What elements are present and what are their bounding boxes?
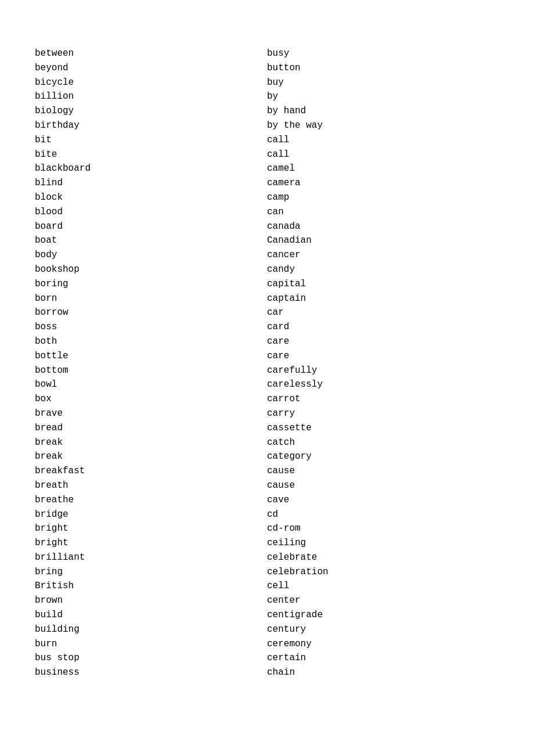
- list-item: British: [35, 579, 267, 593]
- left-column: betweenbeyondbicyclebillionbiologybirthd…: [35, 46, 267, 680]
- list-item: car: [267, 305, 499, 320]
- list-item: capital: [267, 277, 499, 291]
- list-item: century: [267, 622, 499, 637]
- list-item: category: [267, 449, 499, 464]
- list-item: call: [267, 133, 499, 147]
- list-item: cassette: [267, 421, 499, 435]
- list-item: carry: [267, 406, 499, 421]
- list-item: bicycle: [35, 75, 267, 90]
- list-item: cd-rom: [267, 521, 499, 536]
- list-item: breathe: [35, 493, 267, 507]
- list-item: bring: [35, 565, 267, 579]
- list-item: body: [35, 248, 267, 262]
- list-item: ceremony: [267, 637, 499, 651]
- list-item: bottle: [35, 349, 267, 363]
- list-item: canada: [267, 219, 499, 234]
- list-item: birthday: [35, 118, 267, 133]
- list-item: blackboard: [35, 161, 267, 176]
- list-item: chain: [267, 665, 499, 680]
- list-item: burn: [35, 637, 267, 651]
- list-item: billion: [35, 89, 267, 104]
- list-item: ceiling: [267, 536, 499, 550]
- list-item: business: [35, 665, 267, 680]
- list-item: bread: [35, 421, 267, 435]
- list-item: build: [35, 608, 267, 622]
- list-item: brilliant: [35, 550, 267, 565]
- list-item: by the way: [267, 118, 499, 133]
- list-item: bookshop: [35, 262, 267, 277]
- list-item: bridge: [35, 507, 267, 522]
- list-item: bright: [35, 536, 267, 550]
- list-item: care: [267, 334, 499, 349]
- list-item: between: [35, 46, 267, 61]
- list-item: carefully: [267, 363, 499, 378]
- list-item: cave: [267, 493, 499, 507]
- list-item: candy: [267, 262, 499, 277]
- list-item: beyond: [35, 61, 267, 75]
- list-item: busy: [267, 46, 499, 61]
- list-item: bite: [35, 147, 267, 162]
- list-item: Canadian: [267, 233, 499, 248]
- list-item: boat: [35, 233, 267, 248]
- list-item: bus stop: [35, 651, 267, 665]
- list-item: call: [267, 147, 499, 162]
- list-item: bowl: [35, 377, 267, 392]
- list-item: born: [35, 291, 267, 306]
- right-column: busybuttonbuybyby handby the waycallcall…: [267, 46, 499, 680]
- list-item: center: [267, 593, 499, 608]
- list-item: button: [267, 61, 499, 75]
- list-item: can: [267, 205, 499, 219]
- word-list-container: betweenbeyondbicyclebillionbiologybirthd…: [35, 46, 499, 680]
- list-item: card: [267, 320, 499, 334]
- list-item: camp: [267, 190, 499, 205]
- list-item: biology: [35, 104, 267, 118]
- list-item: breath: [35, 478, 267, 493]
- list-item: cell: [267, 579, 499, 593]
- list-item: blind: [35, 176, 267, 190]
- list-item: cancer: [267, 248, 499, 262]
- list-item: bright: [35, 521, 267, 536]
- list-item: certain: [267, 651, 499, 665]
- list-item: break: [35, 449, 267, 464]
- list-item: both: [35, 334, 267, 349]
- list-item: cd: [267, 507, 499, 522]
- list-item: bottom: [35, 363, 267, 378]
- list-item: box: [35, 392, 267, 406]
- list-item: celebrate: [267, 550, 499, 565]
- list-item: by hand: [267, 104, 499, 118]
- list-item: care: [267, 349, 499, 363]
- list-item: buy: [267, 75, 499, 90]
- list-item: cause: [267, 464, 499, 478]
- list-item: building: [35, 622, 267, 637]
- list-item: bit: [35, 133, 267, 147]
- list-item: camera: [267, 176, 499, 190]
- list-item: catch: [267, 435, 499, 450]
- list-item: celebration: [267, 565, 499, 579]
- list-item: cause: [267, 478, 499, 493]
- list-item: borrow: [35, 305, 267, 320]
- list-item: camel: [267, 161, 499, 176]
- list-item: blood: [35, 205, 267, 219]
- list-item: board: [35, 219, 267, 234]
- list-item: boring: [35, 277, 267, 291]
- list-item: by: [267, 89, 499, 104]
- list-item: boss: [35, 320, 267, 334]
- list-item: centigrade: [267, 608, 499, 622]
- list-item: break: [35, 435, 267, 450]
- list-item: carelessly: [267, 377, 499, 392]
- list-item: block: [35, 190, 267, 205]
- list-item: captain: [267, 291, 499, 306]
- list-item: carrot: [267, 392, 499, 406]
- list-item: brown: [35, 593, 267, 608]
- list-item: brave: [35, 406, 267, 421]
- list-item: breakfast: [35, 464, 267, 478]
